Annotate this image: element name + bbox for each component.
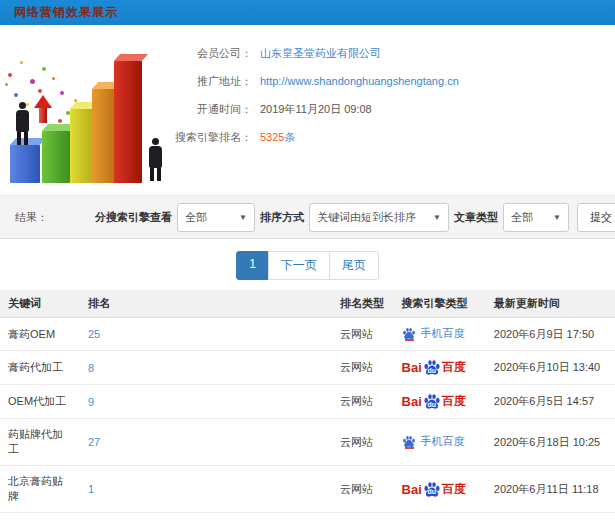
rank-type-cell: 云网站 bbox=[332, 513, 394, 520]
info-label: 开通时间： bbox=[172, 102, 252, 117]
pagination: 1 下一页 尾页 bbox=[0, 251, 615, 280]
keyword-rank-table: 关键词排名排名类型搜索引擎类型最新更新时间 膏药OEM25云网站手机百度2020… bbox=[0, 290, 615, 520]
rank-link[interactable]: 9 bbox=[88, 396, 94, 408]
keyword-cell: 北京膏药贴牌 bbox=[0, 466, 80, 513]
confetti-dot bbox=[42, 67, 46, 71]
baidu-logo-zh: 百度 bbox=[442, 359, 466, 376]
info-row-engine-rank-count: 搜索引擎排名：5325条 bbox=[172, 123, 615, 151]
rank-cell: 25 bbox=[80, 318, 332, 351]
confetti-dot bbox=[58, 119, 62, 123]
article-type-label: 文章类型 bbox=[454, 210, 498, 225]
sort-filter-label: 排序方式 bbox=[260, 210, 304, 225]
rank-count-number: 5325 bbox=[260, 131, 284, 143]
info-label: 会员公司： bbox=[172, 46, 252, 61]
info-row-member-company: 会员公司：山东皇圣堂药业有限公司 bbox=[172, 39, 615, 67]
bar-red bbox=[114, 61, 142, 183]
mobile-baidu-text: 手机百度 bbox=[421, 326, 465, 341]
baidu-paw-icon bbox=[402, 327, 416, 340]
rank-cell: 1,4,6 bbox=[80, 513, 332, 520]
rank-cell: 8 bbox=[80, 351, 332, 385]
baidu-logo-bai: Bai bbox=[402, 360, 422, 375]
company-info-section: 会员公司：山东皇圣堂药业有限公司推广地址：http://www.shandong… bbox=[0, 25, 615, 191]
column-header-0: 关键词 bbox=[0, 290, 80, 318]
confetti-dot bbox=[52, 77, 55, 80]
rank-link[interactable]: 1 bbox=[88, 483, 94, 495]
table-row: 枣庄膏药加工1,4,6云网站手机百度2020年6月18日 10:19 bbox=[0, 513, 615, 520]
column-header-1: 排名 bbox=[80, 290, 332, 318]
bar-blue bbox=[10, 145, 40, 183]
updated-cell: 2020年6月5日 14:57 bbox=[486, 385, 615, 419]
page-1-button[interactable]: 1 bbox=[236, 251, 269, 280]
table-row: 药贴牌代加工27云网站手机百度2020年6月18日 10:25 bbox=[0, 419, 615, 466]
engine-cell: Baidu百度 bbox=[394, 466, 486, 513]
rank-type-cell: 云网站 bbox=[332, 466, 394, 513]
baidu-paw: du bbox=[423, 393, 441, 410]
table-row: OEM代加工9云网站Baidu百度2020年6月5日 14:57 bbox=[0, 385, 615, 419]
rank-link[interactable]: 8 bbox=[88, 362, 94, 374]
mobile-baidu-text: 手机百度 bbox=[421, 434, 465, 449]
rank-count-unit: 条 bbox=[284, 130, 295, 145]
promo-url-link[interactable]: http://www.shandonghuangshengtang.cn bbox=[260, 75, 459, 87]
confetti-dot bbox=[8, 73, 12, 77]
baidu-logo: Baidu百度 bbox=[402, 393, 466, 410]
businessman-left-icon bbox=[16, 102, 29, 145]
updated-cell: 2020年6月9日 17:50 bbox=[486, 318, 615, 351]
engine-cell: 手机百度 bbox=[394, 513, 486, 520]
article-type-select[interactable]: 全部 ▼ bbox=[503, 203, 569, 232]
baidu-logo-du: du bbox=[428, 366, 437, 373]
table-row: 膏药OEM25云网站手机百度2020年6月9日 17:50 bbox=[0, 318, 615, 351]
baidu-logo-zh: 百度 bbox=[442, 393, 466, 410]
confetti-dot bbox=[20, 61, 23, 64]
column-header-3: 搜索引擎类型 bbox=[394, 290, 486, 318]
baidu-logo-du: du bbox=[428, 400, 437, 407]
confetti-dot bbox=[30, 79, 35, 84]
engine-cell: Baidu百度 bbox=[394, 351, 486, 385]
engine-select-value: 全部 bbox=[185, 210, 207, 225]
growth-bar-chart-illustration bbox=[0, 31, 172, 189]
keyword-cell: 药贴牌代加工 bbox=[0, 419, 80, 466]
open-time-value: 2019年11月20日 09:08 bbox=[260, 102, 372, 117]
last-page-button[interactable]: 尾页 bbox=[329, 251, 379, 280]
keyword-cell: OEM代加工 bbox=[0, 385, 80, 419]
next-page-button[interactable]: 下一页 bbox=[268, 251, 330, 280]
mobile-baidu-label: 手机百度 bbox=[402, 434, 465, 449]
baidu-logo-bai: Bai bbox=[402, 394, 422, 409]
article-type-select-value: 全部 bbox=[511, 210, 533, 225]
chevron-down-icon: ▼ bbox=[433, 213, 441, 222]
info-label: 搜索引擎排名： bbox=[172, 130, 252, 145]
rank-type-cell: 云网站 bbox=[332, 351, 394, 385]
rank-link[interactable]: 25 bbox=[88, 328, 100, 340]
page-title: 网络营销效果展示 bbox=[14, 4, 118, 21]
column-header-2: 排名类型 bbox=[332, 290, 394, 318]
rank-type-cell: 云网站 bbox=[332, 385, 394, 419]
company-info-list: 会员公司：山东皇圣堂药业有限公司推广地址：http://www.shandong… bbox=[172, 31, 615, 191]
engine-select[interactable]: 全部 ▼ bbox=[177, 203, 255, 232]
member-company-link[interactable]: 山东皇圣堂药业有限公司 bbox=[260, 46, 381, 61]
businessman-right-icon bbox=[149, 138, 162, 181]
rank-cell: 9 bbox=[80, 385, 332, 419]
rank-link[interactable]: 27 bbox=[88, 436, 100, 448]
column-header-4: 最新更新时间 bbox=[486, 290, 615, 318]
baidu-logo: Baidu百度 bbox=[402, 359, 466, 376]
updated-cell: 2020年6月11日 11:18 bbox=[486, 466, 615, 513]
confetti-dot bbox=[5, 83, 8, 86]
engine-cell: 手机百度 bbox=[394, 318, 486, 351]
baidu-logo-bai: Bai bbox=[402, 482, 422, 497]
filter-group: 分搜索引擎查看 全部 ▼ 排序方式 关键词由短到长排序 ▼ 文章类型 全部 ▼ … bbox=[90, 203, 615, 232]
baidu-logo-du: du bbox=[428, 488, 437, 495]
bar-green bbox=[42, 131, 70, 183]
baidu-paw-icon bbox=[402, 435, 416, 448]
info-label: 推广地址： bbox=[172, 74, 252, 89]
confetti-dot bbox=[38, 89, 42, 93]
filter-bar: 结果： 分搜索引擎查看 全部 ▼ 排序方式 关键词由短到长排序 ▼ 文章类型 全… bbox=[0, 195, 615, 239]
baidu-paw: du bbox=[423, 359, 441, 376]
mobile-baidu-label: 手机百度 bbox=[402, 326, 465, 341]
submit-button[interactable]: 提交 bbox=[577, 203, 615, 232]
rank-cell: 27 bbox=[80, 419, 332, 466]
rank-type-cell: 云网站 bbox=[332, 419, 394, 466]
keyword-cell: 膏药OEM bbox=[0, 318, 80, 351]
sort-select[interactable]: 关键词由短到长排序 ▼ bbox=[309, 203, 449, 232]
engine-cell: Baidu百度 bbox=[394, 385, 486, 419]
info-row-open-time: 开通时间：2019年11月20日 09:08 bbox=[172, 95, 615, 123]
up-arrow-icon bbox=[34, 95, 52, 123]
